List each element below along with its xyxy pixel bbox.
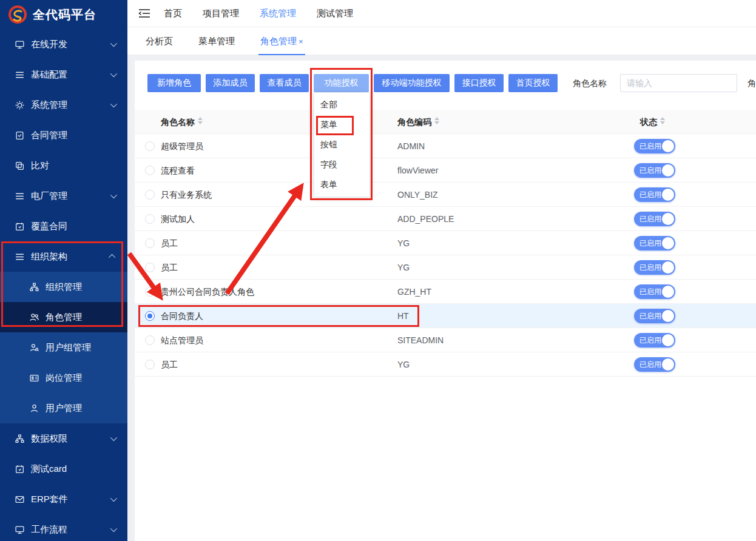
sidebar-item-label: 角色管理 [46,312,82,323]
sort-icon[interactable] [434,117,439,124]
status-toggle[interactable]: 已启用 [634,357,675,372]
status-toggle[interactable]: 已启用 [634,187,675,202]
dropdown-item-form[interactable]: 表单 [314,175,370,195]
sidebar-item-label: 数据权限 [31,433,67,445]
view-members-button[interactable]: 查看成员 [260,74,309,92]
function-auth-button[interactable]: 功能授权 [314,74,369,92]
calendar-icon [15,221,25,232]
column-header-status[interactable]: 状态 [640,110,665,134]
role-code-cell: SITEADMIN [397,328,444,352]
role-code-filter-label-cropped: 角 [748,78,756,89]
column-header-role-name[interactable]: 角色名称 [161,110,203,134]
nav-item-home[interactable]: 首页 [164,8,182,19]
sidebar-item-role-mgmt[interactable]: 角色管理 [0,302,127,332]
status-toggle[interactable]: 已启用 [634,260,675,275]
table-row[interactable]: 测试加人 ADD_PEOPLE 已启用 [135,207,756,231]
status-toggle[interactable]: 已启用 [634,139,675,153]
sidebar-item-power-plant-mgmt[interactable]: 电厂管理 [0,181,127,211]
sidebar-item-label: 用户组管理 [46,342,91,354]
sidebar-item-test-card[interactable]: 测试card [0,454,127,484]
row-radio[interactable] [145,335,155,345]
sidebar-item-label: 覆盖合同 [31,221,67,232]
sidebar-item-user-mgmt[interactable]: 用户管理 [0,393,127,423]
status-toggle[interactable]: 已启用 [634,284,675,299]
sidebar-item-online-dev[interactable]: 在线开发 [0,29,127,59]
sidebar-item-workflow[interactable]: 工作流程 [0,514,127,541]
mail-icon [15,494,25,505]
status-toggle[interactable]: 已启用 [634,333,675,348]
user-key-icon [29,343,39,353]
row-radio[interactable] [145,141,155,151]
status-toggle[interactable]: 已启用 [634,163,675,178]
table-row[interactable]: 流程查看 flowViewer 已启用 [135,158,756,183]
role-code-cell: YG [397,352,410,377]
homepage-auth-button[interactable]: 首页授权 [508,74,558,92]
table-row[interactable]: 超级管理员 ADMIN 已启用 [135,134,756,158]
sidebar-item-org-mgmt[interactable]: 组织管理 [0,272,127,302]
sidebar-item-basic-config[interactable]: 基础配置 [0,59,127,90]
dropdown-item-field[interactable]: 字段 [314,155,370,175]
add-role-button[interactable]: 新增角色 [147,74,201,92]
tab-analysis[interactable]: 分析页 [144,27,175,55]
table-row[interactable]: 员工 YG 已启用 [135,352,756,377]
sidebar-item-org-structure[interactable]: 组织架构 [0,241,127,272]
sidebar-item-compare[interactable]: 比对 [0,150,127,181]
sidebar-item-user-group-mgmt[interactable]: 用户组管理 [0,332,127,363]
table-row[interactable]: 站点管理员 SITEADMIN 已启用 [135,328,756,352]
api-auth-button[interactable]: 接口授权 [454,74,504,92]
row-radio[interactable] [145,263,155,272]
column-header-role-code[interactable]: 角色编码 [397,110,439,134]
role-name-input[interactable] [620,74,737,92]
status-toggle[interactable]: 已启用 [634,236,675,250]
nav-item-system-mgmt[interactable]: 系统管理 [260,8,296,19]
role-code-cell: YG [397,255,410,280]
chevron-down-icon [110,525,117,532]
dropdown-item-menu[interactable]: 菜单 [314,115,370,135]
sidebar-item-erp-suite[interactable]: ERP套件 [0,484,127,514]
tab-menu-mgmt[interactable]: 菜单管理 [197,27,237,55]
sidebar-item-coverage-contract[interactable]: 覆盖合同 [0,211,127,241]
row-radio[interactable] [145,287,155,297]
sidebar-item-label: 岗位管理 [46,372,82,384]
dropdown-item-button[interactable]: 按钮 [314,135,370,155]
row-radio[interactable] [145,214,155,224]
role-name-cell: 员工 [161,352,178,377]
sidebar-item-contract-mgmt[interactable]: 合同管理 [0,120,127,150]
mobile-function-auth-button[interactable]: 移动端功能授权 [374,74,450,92]
sort-icon[interactable] [660,117,665,124]
logo-row: 全代码平台 [0,0,127,29]
dropdown-item-all[interactable]: 全部 [314,95,370,115]
row-radio[interactable] [145,190,155,200]
status-toggle[interactable]: 已启用 [634,212,675,226]
chevron-up-icon [109,254,115,261]
table-row[interactable]: 贵州公司合同负责人角色 GZH_HT 已启用 [135,280,756,304]
table-row-selected[interactable]: 合同负责人 HT 已启用 [135,304,756,328]
sidebar-item-system-mgmt[interactable]: 系统管理 [0,90,127,120]
sidebar-item-data-permission[interactable]: 数据权限 [0,423,127,454]
close-tab-icon[interactable]: × [299,37,303,46]
row-radio[interactable] [145,238,155,248]
table-row[interactable]: 员工 YG 已启用 [135,231,756,255]
status-toggle[interactable]: 已启用 [634,309,675,323]
list-icon [15,191,25,201]
nav-item-test-mgmt[interactable]: 测试管理 [317,8,353,19]
list-icon [15,252,25,262]
sidebar-item-post-mgmt[interactable]: 岗位管理 [0,363,127,393]
tab-role-mgmt[interactable]: 角色管理× [258,27,305,55]
collapse-sidebar-icon[interactable] [138,8,150,18]
table-row[interactable]: 只有业务系统 ONLY_BIZ 已启用 [135,183,756,207]
add-member-button[interactable]: 添加成员 [206,74,255,92]
contract-icon [15,130,25,141]
row-radio-checked[interactable] [145,311,155,321]
table-row[interactable]: 员工 YG 已启用 [135,255,756,280]
sidebar-item-label: 基础配置 [31,69,67,81]
sidebar-item-label: 用户管理 [46,403,82,414]
sidebar-item-label: 电厂管理 [31,190,67,202]
row-radio[interactable] [145,360,155,369]
row-radio[interactable] [145,166,155,175]
chevron-down-icon [110,495,117,502]
list-icon [15,70,25,80]
sort-icon[interactable] [198,117,203,124]
sidebar-item-label: 组织架构 [31,251,67,263]
nav-item-project-mgmt[interactable]: 项目管理 [203,8,239,19]
